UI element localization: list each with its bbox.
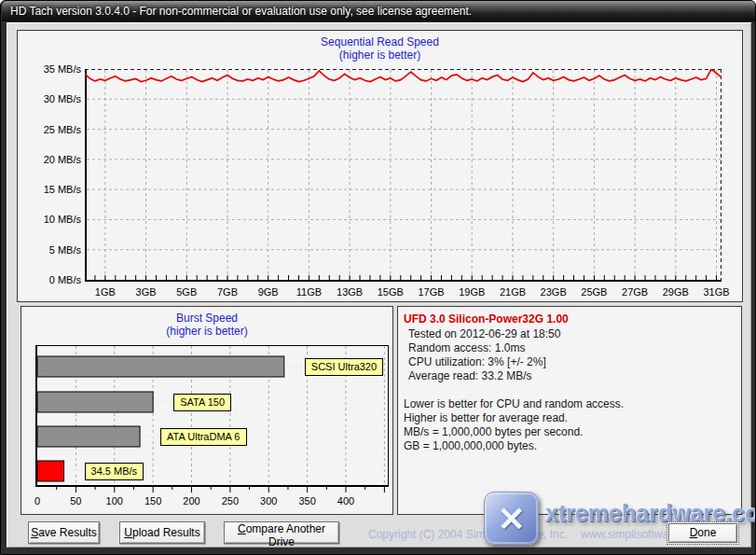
burst-x-axis-label: 400 — [323, 495, 369, 507]
y-axis-label: 30 MB/s — [21, 93, 81, 105]
x-axis-label: 11GB — [285, 286, 332, 298]
x-axis-label: 27GB — [612, 286, 658, 298]
hdtach-window: HD Tach version 3.0.4.0 - For non-commer… — [0, 0, 756, 555]
done-label: one — [697, 526, 716, 539]
note-gb-definition: GB = 1,000,000,000 bytes. — [404, 439, 537, 452]
burst-bar-label: ATA UltraDMA 6 — [160, 428, 246, 446]
save-label: ave Results — [38, 526, 97, 539]
x-axis-label: 21GB — [489, 286, 536, 298]
compare-another-drive-button[interactable]: Compare Another Drive — [224, 521, 339, 544]
seq-chart-subtitle: (higher is better) — [18, 49, 742, 62]
burst-speed-panel: Burst Speed (higher is better) SCSI Ultr… — [21, 306, 393, 515]
burst-bar — [37, 356, 284, 377]
x-axis-label: 9GB — [245, 286, 292, 298]
y-axis-label: 5 MB/s — [21, 244, 81, 257]
done-hotkey: D — [690, 526, 698, 539]
xtremehardware-logo-icon: ✕ — [484, 492, 539, 545]
upload-results-button[interactable]: Upload Results — [119, 521, 205, 544]
burst-bar-label: SATA 150 — [173, 394, 231, 411]
seq-chart-title: Sequential Read Speed — [18, 35, 742, 49]
x-axis-label: 29GB — [653, 286, 699, 298]
x-axis-label: 25GB — [570, 286, 617, 298]
burst-chart-subtitle: (higher is better) — [21, 325, 392, 338]
y-axis-label: 15 MB/s — [21, 184, 81, 196]
read-speed-line — [85, 69, 722, 82]
upload-hotkey: U — [124, 526, 132, 539]
note-mbs-definition: MB/s = 1,000,000 bytes per second. — [404, 425, 583, 438]
burst-bar — [37, 461, 64, 481]
seq-plot-area — [85, 69, 722, 282]
upload-label: pload Results — [132, 526, 200, 539]
save-hotkey: S — [31, 526, 38, 539]
cpu-utilization-line: CPU utilization: 3% [+/- 2%] — [408, 355, 546, 368]
compare-hotkey: C — [238, 522, 246, 535]
y-axis-label: 10 MB/s — [21, 214, 81, 226]
x-icon: ✕ — [485, 494, 538, 546]
x-axis-label: 1GB — [82, 286, 129, 298]
average-read-line: Average read: 33.2 MB/s — [408, 369, 532, 382]
drive-name: UFD 3.0 Silicon-Power32G 1.00 — [404, 312, 569, 326]
burst-bar-label: 34.5 MB/s — [85, 463, 144, 480]
window-title: HD Tach version 3.0.4.0 - For non-commer… — [10, 5, 472, 18]
x-axis-label: 15GB — [367, 286, 414, 298]
random-access-line: Random access: 1.0ms — [408, 341, 525, 354]
drive-info-panel: UFD 3.0 Silicon-Power32G 1.00 Tested on … — [397, 306, 742, 515]
burst-bar-label: SCSI Ultra320 — [305, 358, 383, 376]
x-axis-label: 17GB — [408, 286, 455, 298]
done-button[interactable]: Done — [668, 523, 737, 543]
x-axis-label: 19GB — [448, 286, 495, 298]
x-axis-label: 31GB — [694, 286, 740, 298]
burst-bar — [37, 392, 153, 412]
y-axis-label: 20 MB/s — [21, 154, 81, 166]
x-axis-label: 7GB — [204, 286, 251, 298]
titlebar[interactable]: HD Tach version 3.0.4.0 - For non-commer… — [2, 1, 756, 21]
sequential-read-panel: Sequential Read Speed (higher is better)… — [17, 30, 743, 302]
burst-chart-title: Burst Speed — [21, 312, 392, 325]
tested-on-line: Tested on 2012-06-29 at 18:50 — [408, 327, 560, 340]
done-button-focus-ring: Done — [667, 521, 739, 545]
burst-bar — [37, 426, 140, 447]
sequential-read-chart — [85, 69, 722, 282]
save-results-button[interactable]: Save Results — [28, 521, 100, 544]
note-higher-better: Higher is better for average read. — [404, 411, 568, 424]
x-axis-label: 23GB — [530, 286, 577, 298]
note-lower-better: Lower is better for CPU and random acces… — [404, 397, 624, 410]
y-axis-label: 35 MB/s — [21, 63, 81, 76]
x-axis-label: 5GB — [163, 286, 210, 298]
x-axis-label: 3GB — [123, 286, 170, 298]
y-axis-label: 25 MB/s — [21, 124, 81, 136]
y-axis-label: 0 MB/s — [21, 274, 81, 286]
x-axis-label: 13GB — [326, 286, 373, 298]
